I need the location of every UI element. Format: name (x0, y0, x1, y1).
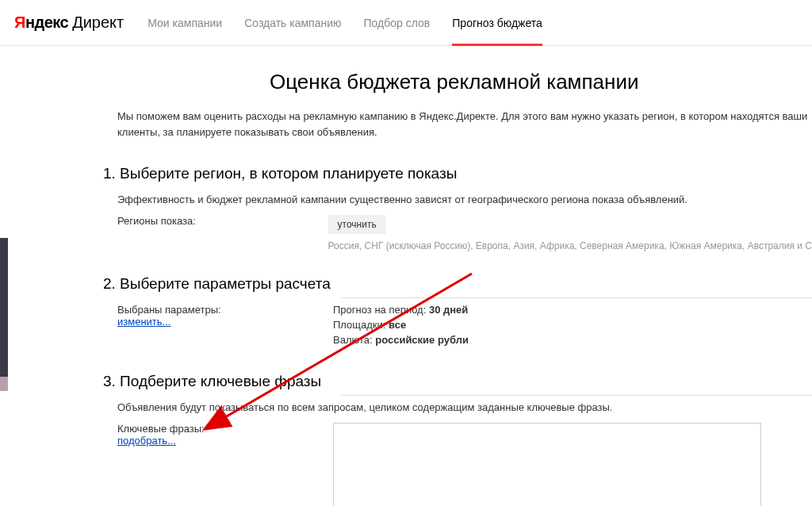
nav-my-campaigns[interactable]: Мои кампании (147, 0, 222, 45)
nav-create-campaign[interactable]: Создать кампанию (244, 0, 341, 45)
logo-ya: Я (14, 13, 25, 32)
params-label: Выбраны параметры: (117, 304, 333, 316)
page-title: Оценка бюджета рекламной кампании (270, 70, 812, 94)
section-region-title: 1. Выберите регион, в котором планируете… (103, 165, 812, 182)
nav-word-selection[interactable]: Подбор слов (364, 0, 431, 45)
keywords-textarea[interactable] (333, 423, 761, 506)
select-keywords-link[interactable]: подобрать... (117, 435, 176, 447)
decorative-strip (0, 238, 8, 389)
nav: Мои кампании Создать кампанию Подбор сло… (147, 0, 542, 45)
section-keywords-desc: Объявления будут показываться по всем за… (117, 401, 812, 413)
nav-budget-forecast[interactable]: Прогноз бюджета (452, 0, 542, 45)
logo-direct: Директ (72, 13, 124, 32)
content: Оценка бюджета рекламной кампании Мы пом… (0, 46, 812, 506)
section-region-desc: Эффективность и бюджет рекламной кампани… (117, 194, 812, 205)
logo[interactable]: Яндекс Директ (14, 13, 124, 32)
decorative-strip (0, 377, 8, 391)
param-period: Прогноз на период: 30 дней (333, 304, 812, 316)
section-keywords: 3. Подберите ключевые фразы Объявления б… (103, 373, 812, 506)
section-params: 2. Выберите параметры расчета Выбраны па… (103, 275, 812, 349)
param-currency: Валюта: российские рубли (333, 334, 812, 346)
refine-region-button[interactable]: уточнить (328, 215, 386, 234)
param-platforms: Площадки: все (333, 319, 812, 331)
regions-label: Регионы показа: (117, 215, 328, 251)
change-params-link[interactable]: изменить... (117, 316, 170, 328)
divider (341, 297, 812, 298)
intro-text: Мы поможем вам оценить расходы на реклам… (117, 109, 812, 140)
divider (341, 395, 812, 396)
section-region: 1. Выберите регион, в котором планируете… (103, 165, 812, 251)
section-keywords-title: 3. Подберите ключевые фразы (103, 373, 812, 390)
logo-ndex: ндекс (25, 13, 68, 32)
header: Яндекс Директ Мои кампании Создать кампа… (0, 0, 812, 46)
regions-list: Россия, СНГ (исключая Россию), Европа, А… (328, 240, 812, 251)
section-params-title: 2. Выберите параметры расчета (103, 275, 812, 293)
keywords-label: Ключевые фразы: (117, 423, 333, 435)
